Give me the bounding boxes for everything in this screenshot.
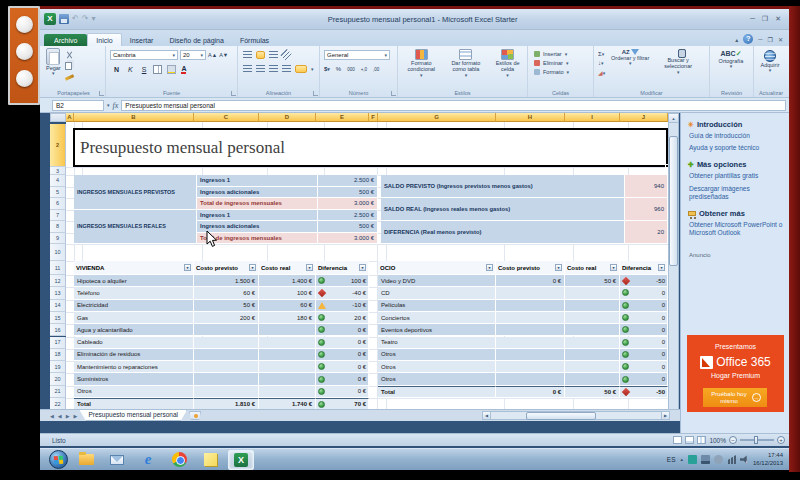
align-top-icon[interactable] (243, 51, 252, 59)
table-header-col[interactable]: Costo previsto▾ (194, 261, 259, 275)
column-header-G[interactable]: G (378, 113, 496, 122)
table-cell-diff[interactable]: 0 (620, 373, 668, 385)
column-header-E[interactable]: E (316, 113, 369, 122)
row-header-20[interactable]: 20 (50, 373, 66, 385)
table-cell-real[interactable] (259, 361, 316, 373)
table-cell-prev[interactable]: 50 € (194, 300, 259, 312)
link-obtener-powerpoint-outlook[interactable]: Obtener Microsoft PowerPoint o Microsoft… (689, 221, 784, 237)
table-cell-prev[interactable]: 1.500 € (194, 275, 259, 287)
dialog-launcher-icon[interactable] (391, 91, 396, 96)
income-row-value[interactable]: 3.000 € (318, 198, 378, 210)
table-cell-prev[interactable]: 200 € (194, 312, 259, 324)
filter-dropdown-icon[interactable]: ▾ (486, 264, 493, 271)
page-break-view-icon[interactable] (697, 436, 706, 444)
row-header-18[interactable]: 18 (50, 349, 66, 361)
table-row-label[interactable]: Películas (378, 300, 496, 312)
link-ayuda-soporte[interactable]: Ayuda y soporte técnico (689, 144, 784, 152)
summary-value[interactable]: 20 (625, 221, 668, 244)
income-row-name[interactable]: Total de ingresos mensuales (197, 198, 318, 210)
table-cell-real[interactable] (565, 349, 620, 361)
table-row-label[interactable]: Eliminación de residuos (74, 349, 194, 361)
name-box[interactable]: B2 (52, 100, 104, 111)
comma-format-icon[interactable]: 000 (347, 67, 355, 72)
font-color-icon[interactable]: A (181, 65, 186, 74)
table-cell-real[interactable] (565, 312, 620, 324)
vertical-scroll-thumb[interactable] (669, 136, 678, 266)
table-cell-prev[interactable] (496, 300, 565, 312)
row-header-13[interactable]: 13 (50, 287, 66, 299)
table-cell-real[interactable] (259, 386, 316, 398)
tab-inicio[interactable]: Inicio (87, 33, 121, 46)
insert-function-icon[interactable]: fx (113, 101, 119, 110)
table-header-name[interactable]: OCIO▾ (378, 261, 496, 275)
zoom-level[interactable]: 100% (709, 437, 726, 444)
dialog-launcher-icon[interactable] (231, 91, 236, 96)
income-row-name[interactable]: Ingresos adicionales (197, 187, 318, 199)
table-header-col[interactable]: Costo previsto▾ (496, 261, 565, 275)
redo-icon[interactable]: ↷ (82, 14, 89, 24)
format-as-table-button[interactable]: Dar formato como tabla▾ (445, 49, 488, 86)
align-middle-icon[interactable] (256, 51, 265, 59)
table-cell-prev[interactable] (194, 373, 259, 385)
network-signal-icon[interactable] (727, 455, 736, 464)
table-cell-real[interactable] (565, 337, 620, 349)
column-header-A[interactable]: A (66, 113, 74, 122)
table-row-label[interactable]: Otros (378, 349, 496, 361)
font-size-combo[interactable]: 20▾ (180, 50, 206, 60)
table-row-label[interactable]: Hipoteca o alquiler (74, 275, 194, 287)
table-row-label[interactable]: Teatro (378, 337, 496, 349)
link-imagenes-predisenadas[interactable]: Descargar imágenes prediseñadas (689, 185, 784, 201)
column-header-C[interactable]: C (194, 113, 259, 122)
workbook-close-button[interactable]: ✕ (778, 36, 783, 43)
number-format-combo[interactable]: General▾ (324, 50, 390, 60)
sort-filter-button[interactable]: AZ Ordenar y filtrar▾ (609, 49, 651, 86)
income-row-value[interactable]: 2.500 € (318, 175, 378, 187)
column-header-F[interactable]: F (369, 113, 378, 122)
table-row-label[interactable]: Total (378, 386, 496, 398)
table-header-col[interactable]: Costo real▾ (259, 261, 316, 275)
filter-dropdown-icon[interactable]: ▾ (555, 264, 562, 271)
start-button[interactable] (49, 450, 68, 469)
taskbar-ie-button[interactable]: e (135, 450, 161, 470)
insert-worksheet-icon[interactable] (189, 411, 201, 420)
format-painter-icon[interactable] (64, 74, 73, 81)
zoom-slider[interactable] (754, 436, 758, 444)
row-header-2[interactable]: 2 (50, 124, 66, 167)
autosum-icon[interactable]: Σ▾ (598, 51, 605, 57)
table-row-label[interactable]: Gas (74, 312, 194, 324)
table-cell-real[interactable] (259, 337, 316, 349)
percent-format-icon[interactable]: % (336, 66, 341, 72)
currency-format-icon[interactable]: $▾ (324, 66, 330, 72)
cut-icon[interactable] (65, 51, 74, 59)
table-cell-real[interactable] (259, 349, 316, 361)
row-header-7[interactable]: 7 (50, 210, 66, 222)
table-cell-prev[interactable] (496, 361, 565, 373)
table-cell-diff[interactable]: -40 € (316, 287, 369, 299)
table-cell-real[interactable] (565, 324, 620, 336)
table-header-col[interactable]: Diferencia▾ (620, 261, 668, 275)
table-cell-real[interactable] (565, 361, 620, 373)
table-cell-diff[interactable]: 0 € (316, 337, 369, 349)
income-row-name[interactable]: Ingresos 1 (197, 210, 318, 222)
table-header-col[interactable]: Diferencia▾ (316, 261, 369, 275)
scroll-up-icon[interactable]: ▲ (669, 114, 678, 123)
borders-icon[interactable] (153, 65, 162, 74)
volume-muted-icon[interactable] (740, 455, 749, 464)
zoom-out-icon[interactable]: − (729, 436, 737, 444)
table-cell-prev[interactable] (496, 337, 565, 349)
table-cell-real[interactable] (259, 324, 316, 336)
next-sheet-icon[interactable]: ▶ (66, 413, 70, 419)
taskbar-sticky-notes-button[interactable] (197, 450, 223, 470)
table-row-label[interactable]: Otros (378, 373, 496, 385)
taskbar-excel-button[interactable]: X (228, 450, 254, 470)
filter-dropdown-icon[interactable]: ▾ (249, 264, 256, 271)
filter-dropdown-icon[interactable]: ▾ (610, 264, 617, 271)
table-cell-diff[interactable]: 0 € (316, 361, 369, 373)
title-bar[interactable]: X ↶ ↷ ▾ Presupuesto mensual personal1 - … (40, 9, 789, 30)
row-header-3[interactable]: 3 (50, 167, 66, 175)
table-cell-prev[interactable] (194, 337, 259, 349)
table-cell-prev[interactable] (496, 373, 565, 385)
workbook-minimize-button[interactable]: ─ (758, 36, 762, 42)
table-cell-prev[interactable]: 60 € (194, 287, 259, 299)
sheet-tab-active[interactable]: Presupuesto mensual personal (79, 410, 187, 421)
